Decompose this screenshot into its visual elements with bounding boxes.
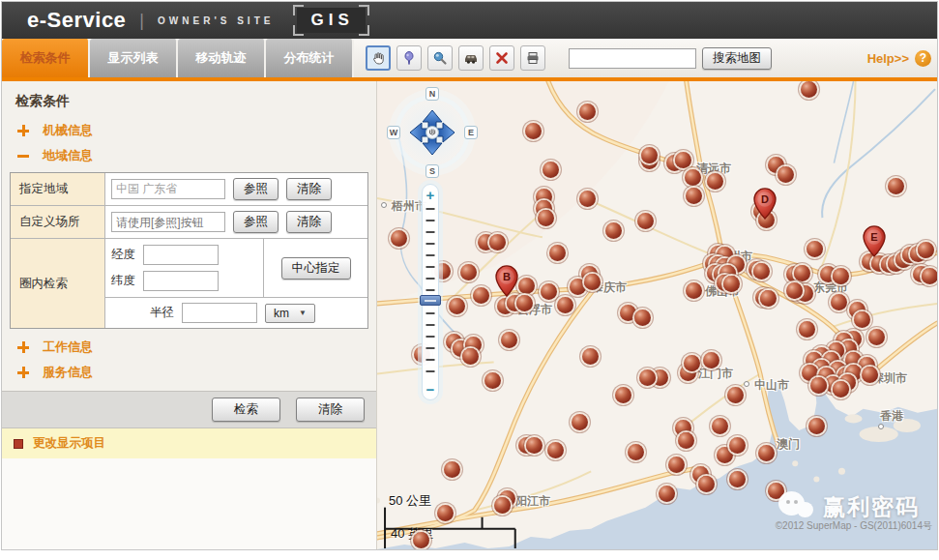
equipment-marker[interactable] [572,414,588,430]
equipment-marker[interactable] [449,298,465,314]
equipment-marker[interactable] [489,234,506,251]
designated-clear-button[interactable]: 清除 [286,178,332,200]
print-tool-button[interactable] [520,45,545,71]
longitude-input[interactable] [143,245,219,265]
section-machine-info[interactable]: 机械信息 [2,118,376,143]
equipment-marker[interactable] [712,418,728,434]
equipment-marker[interactable] [639,369,656,386]
zoom-slider-handle[interactable] [420,295,441,306]
pin-tool-button[interactable] [396,45,422,71]
section-region-info[interactable]: 地域信息 [2,143,376,168]
equipment-marker[interactable] [538,210,554,226]
center-designate-button[interactable]: 中心指定 [281,257,351,280]
equipment-marker[interactable] [501,332,517,348]
equipment-marker[interactable] [557,297,573,313]
equipment-marker[interactable] [786,282,803,299]
equipment-marker[interactable] [833,381,849,398]
equipment-marker[interactable] [808,418,825,434]
map-search-input[interactable] [569,48,696,69]
equipment-marker[interactable] [582,348,599,365]
equipment-marker[interactable] [862,367,878,383]
equipment-marker[interactable] [833,268,849,284]
equipment-marker[interactable] [516,295,533,311]
equipment-marker[interactable] [659,486,675,502]
equipment-marker[interactable] [778,166,794,183]
equipment-marker[interactable] [668,457,685,473]
custom-clear-button[interactable]: 清除 [286,211,332,233]
radius-input[interactable] [182,303,257,323]
equipment-marker[interactable] [473,287,489,304]
equipment-marker[interactable] [518,278,535,294]
equipment-marker[interactable] [634,309,651,326]
section-service-info[interactable]: 服务信息 [2,360,376,385]
tab-display-list[interactable]: 显示列表 [90,39,178,77]
equipment-marker[interactable] [494,497,511,514]
help-question-icon[interactable]: ? [915,50,931,67]
equipment-marker[interactable] [484,372,501,389]
pan-north-arrow[interactable] [423,110,442,128]
equipment-marker[interactable] [727,387,744,403]
equipment-marker[interactable] [760,290,777,307]
equipment-marker[interactable] [703,352,719,368]
equipment-marker[interactable] [794,265,810,281]
pan-west-arrow[interactable] [410,123,427,142]
equipment-marker[interactable] [615,387,631,403]
zoom-in-button[interactable]: + [423,188,438,202]
radius-unit-dropdown[interactable]: km ▼ [265,304,315,323]
tab-search-conditions[interactable]: 检索条件 [2,39,90,77]
equipment-marker[interactable] [579,103,596,120]
designated-ref-button[interactable]: 参照 [233,178,279,200]
zoom-search-tool-button[interactable] [427,45,453,71]
equipment-marker[interactable] [391,230,407,247]
vehicle-tool-button[interactable] [458,45,484,71]
equipment-marker[interactable] [686,282,702,299]
search-map-button[interactable]: 搜索地图 [702,47,772,70]
section-work-info[interactable]: 工作信息 [2,335,376,360]
equipment-marker[interactable] [707,173,723,190]
equipment-marker[interactable] [628,444,644,460]
equipment-marker[interactable] [729,471,746,487]
tab-movement-track[interactable]: 移动轨迹 [178,39,266,77]
equipment-marker[interactable] [678,432,694,449]
equipment-marker[interactable] [460,264,477,280]
map-compass-control[interactable]: N S W E [387,87,478,178]
pan-east-arrow[interactable] [437,123,455,142]
equipment-marker[interactable] [462,348,479,365]
map-canvas[interactable]: 梧州市清远市肇庆市云浮市广州市佛山市东莞市江门市中山市深圳市香港澳门阳江市 BD… [377,81,937,549]
designated-region-input[interactable] [111,179,225,199]
equipment-marker[interactable] [868,329,885,345]
equipment-marker[interactable] [799,321,815,338]
search-button[interactable]: 检索 [212,398,280,422]
equipment-marker[interactable] [444,461,460,478]
equipment-marker[interactable] [888,178,904,194]
equipment-marker[interactable] [549,245,566,261]
clear-button[interactable]: 清除 [296,398,365,422]
lettered-pin-E[interactable]: E [863,225,886,261]
equipment-marker[interactable] [723,276,740,292]
equipment-marker[interactable] [698,476,715,492]
equipment-marker[interactable] [526,437,543,454]
equipment-marker[interactable] [637,213,654,229]
equipment-marker[interactable] [684,355,700,371]
equipment-marker[interactable] [685,169,701,186]
custom-place-input[interactable] [111,212,225,232]
equipment-marker[interactable] [579,191,596,207]
lettered-pin-B[interactable]: B [495,265,518,301]
equipment-marker[interactable] [801,81,817,98]
equipment-marker[interactable] [807,241,823,257]
change-display-items-bar[interactable]: 更改显示项目 [2,428,376,458]
equipment-marker[interactable] [525,123,542,139]
equipment-marker[interactable] [584,274,601,290]
equipment-marker[interactable] [541,283,557,300]
equipment-marker[interactable] [543,162,559,178]
latitude-input[interactable] [143,271,219,291]
equipment-marker[interactable] [547,442,564,458]
equipment-marker[interactable] [918,242,934,258]
equipment-marker[interactable] [413,532,429,548]
equipment-marker[interactable] [605,222,622,239]
lettered-pin-D[interactable]: D [753,188,777,223]
equipment-marker[interactable] [758,445,775,461]
equipment-marker[interactable] [810,377,827,394]
tab-distribution-stats[interactable]: 分布统计 [266,39,354,77]
equipment-marker[interactable] [922,268,937,284]
